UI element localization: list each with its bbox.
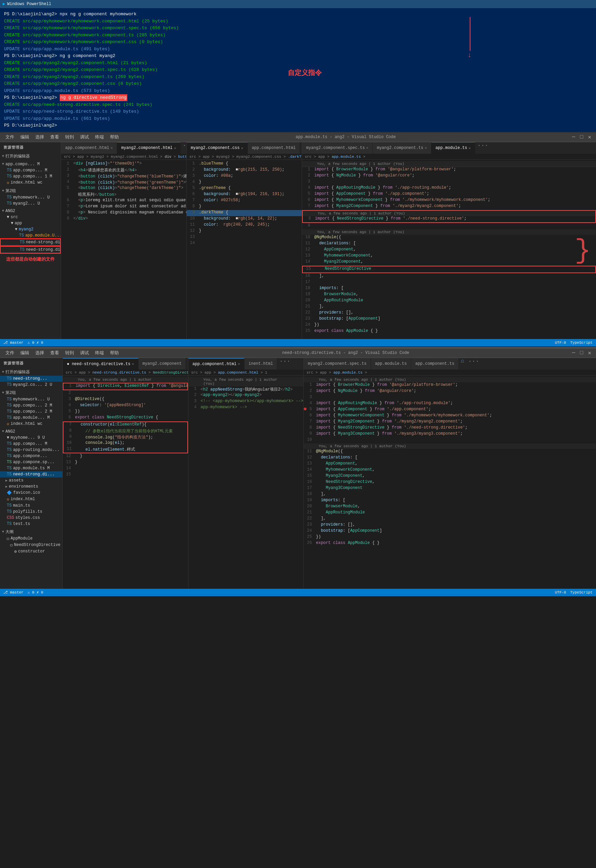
sidebar-level2-header[interactable]: ▼ 第2组 <box>0 187 61 195</box>
menu-file-2[interactable]: 文件 <box>3 349 17 357</box>
code-editor-right-2[interactable]: You, a few seconds ago | 1 author (You) … <box>304 376 596 589</box>
win-minimize[interactable]: ─ <box>570 134 577 140</box>
sidebar-item-appcompo2[interactable]: TS app.compo... 1 M <box>0 173 61 180</box>
sidebar2-src[interactable]: ▼ myyhome... 9 U <box>0 435 62 441</box>
tab2-appcomponent[interactable]: app.component.ts <box>411 358 458 369</box>
tab-close-spec[interactable]: ✕ <box>366 146 368 150</box>
sidebar-item-indexhtml[interactable]: ◇ index.html wc <box>0 180 61 186</box>
sidebar-item-myhomework[interactable]: TS myhomework... U <box>0 195 61 201</box>
tab-close-needstrong[interactable]: ✕ <box>132 362 134 366</box>
sidebar2-appcomponentsp[interactable]: TS app.compone.sp... <box>0 459 62 465</box>
menu-select-2[interactable]: 选择 <box>33 349 47 357</box>
sidebar2-indexhtml[interactable]: ◇ index.html wc <box>0 421 62 427</box>
menu-select-1[interactable]: 选择 <box>33 133 47 141</box>
sidebar2-appcompo3[interactable]: TS app.compo... M <box>0 441 62 447</box>
tab-myang2-component2[interactable]: myang2.component <box>139 358 186 369</box>
tab-close-myang2ts[interactable]: ✕ <box>424 146 427 150</box>
tab-appcomponenthtml2[interactable]: app.component.html ✕ <box>188 358 244 369</box>
menu-help-1[interactable]: 帮助 <box>107 133 121 141</box>
menu-help-2[interactable]: 帮助 <box>107 349 121 357</box>
sidebar-item-myang2-folder[interactable]: ▼ myang2 <box>0 226 61 232</box>
tab-vscode-icon[interactable]: ⌂ <box>459 358 466 369</box>
tab-close-3[interactable]: ✕ <box>241 146 243 150</box>
sidebar2-outline-header[interactable]: ▼ 大纲 <box>0 528 62 536</box>
sidebar2-myang2[interactable]: TS myang2.co... 2 U <box>0 382 62 388</box>
sidebar2-needstrong[interactable]: TS need-strong... <box>0 376 62 382</box>
win-minimize-2[interactable]: ─ <box>570 350 577 356</box>
menu-debug-2[interactable]: 调试 <box>77 349 92 357</box>
tab-appcomponent-html[interactable]: app.component.html ✕ <box>61 142 117 154</box>
menu-debug-1[interactable]: 调试 <box>77 133 92 141</box>
code-editor-left-2[interactable]: You, a few seconds ago | 1 author 1 impo… <box>63 376 188 589</box>
code-editor-mid-1[interactable]: 1 .blueTheme { 2 background: ■rgb(215, 2… <box>187 160 302 339</box>
tab-more-6[interactable]: ··· <box>466 358 481 369</box>
menu-edit-2[interactable]: 编辑 <box>18 349 32 357</box>
tab2-appmodule[interactable]: app.module.ts <box>371 358 411 369</box>
sidebar2-styles[interactable]: CSS styles.css <box>0 515 62 521</box>
code-editor-mid-2[interactable]: You, a few seconds ago | 1 author (You) … <box>188 376 303 589</box>
sidebar-item-need-strong-1[interactable]: TS need-strong.di... U <box>0 239 61 246</box>
sidebar2-grp2-header[interactable]: ▼ 第2组 <box>0 389 62 396</box>
sidebar2-appcomponent[interactable]: TS app.compone... <box>0 453 62 459</box>
tab-close-appmod[interactable]: ✕ <box>469 146 471 150</box>
tab-myang2-ts[interactable]: myang2.component.ts ✕ <box>373 142 431 154</box>
sidebar2-polyfills[interactable]: TS polyfills.ts <box>0 509 62 515</box>
tab-appcomponent-html2[interactable]: app.component.html <box>248 142 300 154</box>
sidebar2-needstrongdir[interactable]: TS need-strong.di... <box>0 471 62 477</box>
tab-myang2-css[interactable]: myang2.component.css ✕ <box>187 142 248 154</box>
sidebar2-envs[interactable]: ▶ environments <box>0 484 62 490</box>
tab-close-2[interactable]: ✕ <box>174 146 176 150</box>
win-close-2[interactable]: ✕ <box>586 350 593 356</box>
menu-edit-1[interactable]: 编辑 <box>18 133 32 141</box>
tab2-myang2spec[interactable]: myang2.component.spec.ts <box>304 358 371 369</box>
sidebar2-assets[interactable]: ▶ assets <box>0 477 62 484</box>
tab-more-4[interactable]: ··· <box>186 358 188 369</box>
sidebar2-testts[interactable]: TS test.ts <box>0 521 62 527</box>
win-close[interactable]: ✕ <box>586 134 593 140</box>
menu-file-1[interactable]: 文件 <box>3 133 17 141</box>
sidebar-item-appmodule[interactable]: TS app.module.U... <box>0 232 61 239</box>
sidebar2-approuting[interactable]: TS app-routing.modu... <box>0 447 62 453</box>
sidebar2-needstrongdir-outline[interactable]: ◻ NeedStrongDirective <box>0 542 62 548</box>
tab-needstrong-ts[interactable]: ● need-strong.directive.ts ✕ <box>63 358 139 369</box>
tab-myang2-spec[interactable]: myang2.component.spec.ts ✕ <box>302 142 373 154</box>
sidebar2-mywork[interactable]: TS myhomework... U <box>0 396 62 403</box>
sidebar-item-src[interactable]: ▼ src <box>0 214 61 220</box>
code-editor-right-1[interactable]: You, a few seconds ago | 1 author (You) … <box>302 160 596 339</box>
menu-terminal-1[interactable]: 终端 <box>92 133 106 141</box>
menu-terminal-2[interactable]: 终端 <box>92 349 106 357</box>
sidebar-item-myang2[interactable]: TS myang2... U <box>0 201 61 207</box>
menu-view-1[interactable]: 查看 <box>47 133 62 141</box>
tab-myang2-html[interactable]: myang2.component.html ✕ <box>117 142 180 154</box>
menu-goto-1[interactable]: 转到 <box>62 133 77 141</box>
sidebar2-indexhtml2[interactable]: ◇ index.html <box>0 496 62 503</box>
tab-more-3[interactable]: ··· <box>475 142 490 154</box>
tab-close-1[interactable]: ✕ <box>111 146 113 150</box>
sidebar-ang2-header[interactable]: ▼ ANG2 <box>0 208 61 214</box>
sidebar2-maints[interactable]: TS main.ts <box>0 503 62 509</box>
tab-appmodule[interactable]: app.module.ts ✕ <box>431 142 475 154</box>
tab-more-1[interactable]: ··· <box>180 142 186 154</box>
tab-more-5[interactable]: ··· <box>277 358 292 369</box>
tab-close-appcomphtml2[interactable]: ✕ <box>238 362 240 366</box>
menu-goto-2[interactable]: 转到 <box>62 349 77 357</box>
menu-view-2[interactable]: 查看 <box>47 349 62 357</box>
sidebar2-ang2-header[interactable]: ▼ ANG2 <box>0 428 62 435</box>
sidebar-open-header[interactable]: ▼ 打开的编辑器 <box>0 153 61 160</box>
sidebar2-open-header[interactable]: ▼ 打开的编辑器 <box>0 369 62 376</box>
sidebar2-favicon[interactable]: 🔷 favicon.ico <box>0 490 62 496</box>
code-editor-left-1[interactable]: 1 <div [ngClass]="'themeObj'"> 2 <h4>请选择… <box>61 160 186 339</box>
sidebar2-appmodule-outline[interactable]: ◻ AppModule <box>0 536 62 542</box>
sidebar-item-appcompo1[interactable]: TS app.compo... M <box>0 167 61 173</box>
sidebar-item-app[interactable]: ▼ app <box>0 220 61 226</box>
sidebar2-appmodule[interactable]: TS app.module... M <box>0 415 62 421</box>
sidebar-item-need-strong-2[interactable]: TS need-strong.di... U <box>0 246 61 254</box>
tab-more-2[interactable]: ··· <box>300 142 302 154</box>
sidebar2-constructor-outline[interactable]: ⚙ constructor <box>0 548 62 555</box>
sidebar2-appcompo1[interactable]: TS app.compo... 2 M <box>0 403 62 409</box>
tab-inent[interactable]: inent.html <box>244 358 277 369</box>
win-maximize-2[interactable]: □ <box>578 350 586 356</box>
sidebar2-appmodule2[interactable]: TS app.module.ts M <box>0 465 62 471</box>
sidebar2-appcompo2[interactable]: TS app.compo... 2 M <box>0 409 62 415</box>
win-maximize[interactable]: □ <box>578 134 586 140</box>
